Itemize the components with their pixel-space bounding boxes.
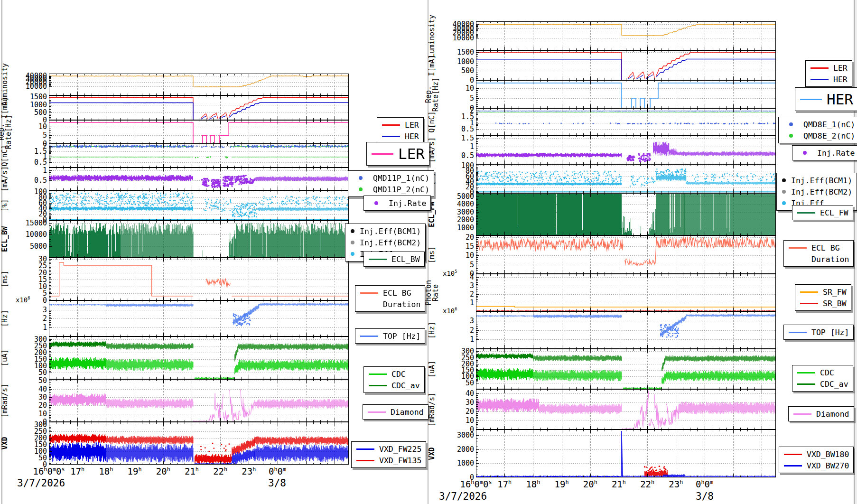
y-tick-label: 1 — [446, 335, 474, 344]
y-tick-label: 1000 — [446, 459, 474, 467]
y-axis-label: [mRad/s] — [428, 392, 436, 426]
legend-label: LER — [833, 64, 848, 73]
plot-cdc-current — [476, 349, 776, 389]
x-tick-label: 17h — [497, 479, 512, 489]
y-tick-label: 5 — [446, 94, 474, 103]
series-dot-marker — [351, 187, 370, 191]
y-tick-label: 1000 — [446, 57, 474, 66]
legend-item: ECL_FW — [795, 207, 848, 218]
legend-item: HER — [809, 74, 848, 85]
y-axis-label: Rep.Rate[Hz] — [0, 115, 12, 149]
y-tick-label: 10 — [446, 251, 474, 260]
legend-label: VXD_BW180 — [807, 450, 849, 459]
legend-label: CDC_av — [391, 381, 420, 390]
legend-item: Inj.Eff(BCM1) — [780, 175, 852, 186]
y-tick-label: 4000 — [446, 200, 474, 208]
legend-item: QMD11P_1(nC) — [351, 172, 429, 184]
y-tick-label: 50 — [19, 376, 47, 385]
plot-diamond-dose — [49, 379, 349, 422]
legend-cdc: CDCCDC_av — [363, 366, 425, 393]
legend-item: ECL BG — [358, 287, 420, 299]
legend-item: LER — [809, 62, 848, 74]
y-axis-label: Rep.Rate[Hz] — [425, 77, 440, 111]
x-tick-label: 19h — [128, 466, 142, 476]
plot-beam-current — [476, 50, 776, 80]
y-tick-label: 10 — [446, 84, 474, 93]
legend-item: Inj.Rate — [367, 197, 426, 209]
series-line-marker — [380, 124, 402, 126]
legend-ecl-fw: ECL_FW — [792, 205, 853, 220]
series-dot-marker — [782, 134, 801, 138]
series-line-marker — [354, 460, 376, 461]
plot-ecl-bw — [49, 221, 349, 258]
y-tick-label: 0.5 — [446, 151, 474, 160]
series-line-marker — [798, 291, 820, 293]
plot-bunch-charge — [49, 144, 349, 168]
series-line-marker — [809, 67, 830, 69]
plot-top-rate — [476, 311, 776, 349]
y-tick-label: 20 — [19, 401, 47, 410]
legend-ler: LERHER — [377, 117, 424, 144]
legend-label: Diamond — [391, 408, 424, 417]
legend-item: CDC_av — [795, 378, 848, 390]
legend-vxd-fw225: VXD_FW225VXD_FW135 — [351, 441, 426, 468]
y-tick-label: 10 — [19, 410, 47, 418]
legend-item: ECL_BW — [367, 253, 420, 265]
legend-item: VXD_BW270 — [782, 460, 849, 471]
legend-label: Duration — [811, 255, 849, 264]
legend-item: VXD_FW225 — [354, 443, 421, 455]
y-tick-label: 0.5 — [19, 158, 47, 167]
series-line-marker — [367, 373, 389, 375]
legend-item: CDC — [795, 367, 848, 378]
legend-label: Inj.Eff(BCM2) — [360, 238, 421, 247]
y-tick-label: 10 — [446, 416, 474, 425]
date-label-next-right: 3/8 — [696, 491, 714, 502]
y-tick-label: 5000 — [19, 242, 47, 251]
axis-offset-label: x106 — [16, 296, 30, 304]
y-axis-label: VXD — [1, 437, 9, 449]
y-tick-label: 3 — [446, 281, 474, 290]
legend-label: ECL_BW — [391, 255, 420, 264]
y-tick-label: 40 — [19, 385, 47, 393]
y-tick-label: 2 — [446, 290, 474, 299]
legend-cdc: CDCCDC_av — [792, 365, 853, 392]
y-tick-label: 50 — [19, 368, 47, 377]
legend-item: TOP [Hz] — [787, 327, 849, 338]
legend-top-hz-: TOP [Hz] — [783, 325, 854, 340]
y-axis-label: Q[nC] — [428, 111, 436, 132]
y-tick-label: 1 — [446, 142, 474, 151]
legend-label: Diamond — [816, 410, 849, 419]
series-line-marker — [795, 383, 817, 385]
legend-item: TOP [Hz] — [358, 330, 420, 342]
series-line-marker — [795, 372, 817, 373]
series-line-marker — [367, 259, 389, 260]
series-line-marker — [782, 454, 804, 455]
plot-ecl-bg-duration — [476, 235, 776, 274]
legend-diamond: Diamond — [788, 406, 854, 421]
y-axis-label: [ms] — [1, 271, 9, 288]
legend-item: QMD8E_1(nC) — [782, 119, 855, 130]
x-tick-label: 18h — [99, 466, 113, 476]
series-dot-marker — [780, 178, 788, 182]
series-dot-marker — [782, 122, 801, 126]
x-tick-label: 23h — [242, 466, 256, 476]
y-tick-label: 30 — [19, 393, 47, 401]
legend-label: LER — [405, 121, 419, 130]
x-tick-label: 0h0m — [696, 479, 713, 489]
y-tick-label: 4 — [446, 273, 474, 281]
y-axis-label: [uA] — [428, 360, 436, 377]
legend-label: Inj.Rate — [389, 199, 426, 208]
y-tick-label: 1 — [19, 323, 47, 332]
y-tick-label: 30 — [446, 398, 474, 407]
y-tick-label: 3 — [19, 306, 47, 314]
legend-ecl-bw: ECL_BW — [363, 252, 425, 267]
left-plot-column: Luminosity40000300002000010000I[mA]15001… — [0, 0, 428, 504]
legend-ecl-bg: ECL BGDuration — [355, 285, 425, 312]
y-tick-label: 5 — [446, 261, 474, 269]
x-tick-label: 20h — [583, 479, 597, 489]
y-tick-label: 2 — [446, 326, 474, 335]
legend-item: HER — [798, 89, 853, 109]
series-dot-marker — [348, 229, 357, 233]
series-line-marker — [798, 99, 824, 100]
y-tick-label: 500 — [446, 66, 474, 75]
